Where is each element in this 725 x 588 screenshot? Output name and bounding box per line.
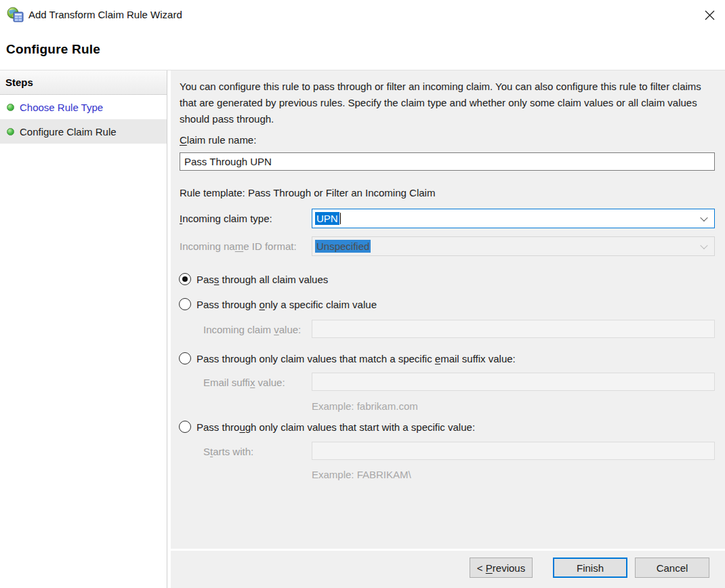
window-title: Add Transform Claim Rule Wizard bbox=[28, 9, 182, 20]
description-text: You can configure this rule to pass thro… bbox=[180, 79, 720, 127]
starts-with-input bbox=[312, 442, 715, 460]
radio-unselected-icon bbox=[179, 421, 191, 433]
page-title: Configure Rule bbox=[6, 42, 100, 57]
title-bar: Add Transform Claim Rule Wizard bbox=[0, 0, 725, 30]
finish-button[interactable]: Finish bbox=[553, 558, 627, 578]
radio-pass-through-all[interactable]: Pass through all claim values bbox=[179, 273, 328, 285]
radio-selected-icon bbox=[179, 273, 191, 285]
step-label: Configure Claim Rule bbox=[20, 126, 117, 138]
radio-pass-through-specific-value[interactable]: Pass through only a specific claim value bbox=[179, 298, 377, 310]
claim-rule-wizard-icon bbox=[7, 6, 24, 24]
configure-claim-rule-panel: You can configure this rule to pass thro… bbox=[171, 70, 725, 549]
step-completed-icon bbox=[7, 128, 14, 135]
email-suffix-value-input bbox=[312, 373, 715, 391]
step-completed-icon bbox=[7, 104, 14, 111]
wizard-dialog: Add Transform Claim Rule Wizard Configur… bbox=[0, 0, 725, 588]
sidebar-item-configure-claim-rule[interactable]: Configure Claim Rule bbox=[0, 119, 167, 144]
incoming-claim-type-combobox[interactable]: UPN bbox=[312, 209, 715, 228]
email-suffix-example-text: Example: fabrikam.com bbox=[312, 400, 418, 412]
step-label: Choose Rule Type bbox=[20, 102, 103, 113]
steps-sidebar: Steps Choose Rule Type Configure Claim R… bbox=[0, 70, 167, 588]
selected-value: UPN bbox=[315, 212, 339, 225]
incoming-claim-value-label: Incoming claim value: bbox=[203, 324, 301, 335]
claim-rule-name-label: Claim rule name: bbox=[180, 134, 256, 146]
previous-button[interactable]: < Previous bbox=[470, 558, 533, 578]
radio-unselected-icon bbox=[179, 298, 191, 310]
radio-unselected-icon bbox=[179, 352, 191, 364]
cancel-button[interactable]: Cancel bbox=[635, 558, 709, 578]
incoming-name-id-format-combobox: Unspecified bbox=[312, 236, 715, 256]
button-bar: < Previous Finish Cancel bbox=[171, 551, 725, 588]
sidebar-item-choose-rule-type[interactable]: Choose Rule Type bbox=[0, 95, 167, 119]
close-icon[interactable] bbox=[700, 5, 719, 24]
text-caret bbox=[340, 213, 341, 224]
incoming-name-id-format-label: Incoming name ID format: bbox=[180, 240, 297, 252]
incoming-claim-type-label: Incoming claim type: bbox=[180, 213, 272, 224]
radio-start-with-value[interactable]: Pass through only claim values that star… bbox=[179, 421, 475, 433]
chevron-down-icon bbox=[700, 241, 707, 249]
incoming-claim-value-input bbox=[312, 320, 715, 338]
chevron-down-icon bbox=[700, 213, 707, 221]
email-suffix-value-label: Email suffix value: bbox=[203, 377, 285, 388]
rule-template-text: Rule template: Pass Through or Filter an… bbox=[180, 187, 435, 198]
starts-with-example-text: Example: FABRIKAM\ bbox=[312, 469, 411, 480]
starts-with-label: Starts with: bbox=[203, 446, 253, 457]
radio-match-email-suffix[interactable]: Pass through only claim values that matc… bbox=[179, 352, 516, 364]
claim-rule-name-input[interactable] bbox=[180, 152, 715, 171]
steps-header: Steps bbox=[0, 70, 167, 95]
selected-value: Unspecified bbox=[315, 240, 371, 253]
